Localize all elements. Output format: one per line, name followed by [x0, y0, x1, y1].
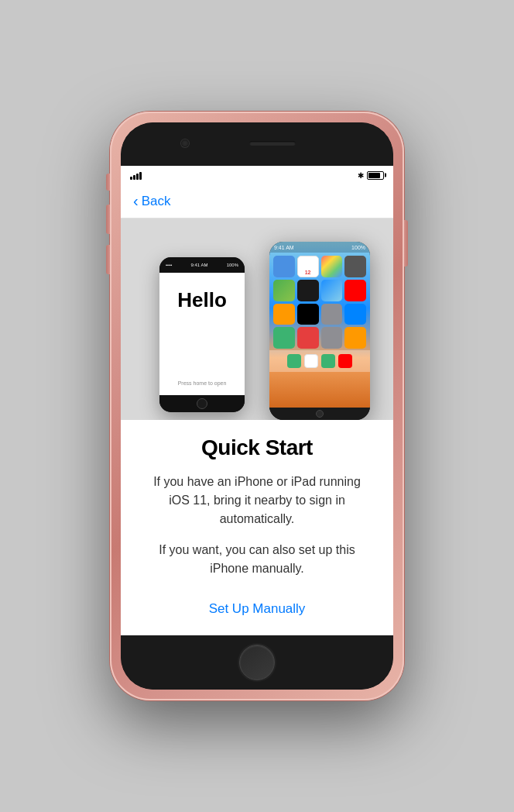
old-phone-mockup: •••• 9:41 AM 100% Hello Press home to op… [159, 257, 245, 412]
dock-music-icon [338, 354, 352, 368]
status-bar: ✱ [121, 166, 393, 184]
earpiece-speaker [249, 141, 296, 146]
signal-bar-4 [139, 172, 142, 180]
front-camera [181, 139, 189, 147]
set-up-manually-button[interactable]: Set Up Manually [197, 595, 318, 623]
screen: ✱ ‹ Back •••• 9:41 AM [121, 166, 393, 635]
hello-text: Hello [177, 288, 227, 312]
status-right: ✱ [358, 171, 384, 180]
new-phone-status-bar: 9:41 AM 100% [269, 242, 370, 253]
app-news-icon [344, 280, 366, 301]
iphone-bezel: ✱ ‹ Back •••• 9:41 AM [121, 122, 393, 690]
content-area: Quick Start If you have an iPhone or iPa… [121, 420, 393, 635]
bottom-bar [121, 635, 393, 690]
app-weather-icon [321, 280, 343, 301]
signal-bar-1 [130, 177, 132, 180]
new-phone-battery-status: 100% [351, 245, 365, 250]
app-calendar-icon: 12 [297, 256, 319, 277]
signal-bar-2 [133, 175, 135, 180]
app-gear-icon [321, 327, 343, 349]
app-facetime-icon [273, 327, 295, 349]
description-2: If you want, you can also set up this iP… [149, 541, 365, 578]
app-mail-icon [273, 256, 295, 277]
page-title: Quick Start [201, 435, 313, 460]
mute-switch[interactable] [106, 174, 110, 191]
app-books-icon [344, 327, 366, 349]
signal-bars [130, 170, 142, 180]
battery-icon [367, 171, 384, 180]
dock-safari-icon [304, 354, 318, 368]
top-bar [121, 122, 393, 166]
new-phone-time: 9:41 AM [274, 245, 294, 250]
volume-up-button[interactable] [106, 205, 110, 234]
app-photos-icon [321, 256, 343, 277]
old-phone-signal: •••• [166, 263, 172, 267]
power-button[interactable] [404, 220, 408, 267]
dock-phone-icon [287, 354, 301, 368]
dock-messages-icon [321, 354, 335, 368]
app-home-icon [273, 304, 295, 325]
app-appstore-icon [344, 304, 366, 325]
back-button[interactable]: ‹ Back [133, 194, 170, 209]
new-phone-dock [269, 350, 370, 372]
old-phone-time: 9:41 AM [191, 263, 208, 267]
status-left [130, 170, 358, 180]
bluetooth-icon: ✱ [358, 171, 364, 180]
new-phone-screen: 9:41 AM 100% 12 [269, 242, 370, 408]
old-phone-screen: Hello Press home to open [159, 273, 245, 395]
app-settings-icon [321, 304, 343, 325]
app-maps-icon [273, 280, 295, 301]
old-phone-bottom [159, 395, 245, 412]
old-phone-battery: 100% [227, 263, 238, 267]
new-phone-bottom [269, 408, 370, 420]
app-clock-icon [297, 280, 319, 301]
back-label: Back [142, 194, 171, 209]
press-home-text: Press home to open [178, 380, 227, 386]
navigation-bar: ‹ Back [121, 184, 393, 218]
old-phone-home-button [197, 398, 207, 409]
description-1: If you have an iPhone or iPad running iO… [149, 473, 365, 528]
iphone-device: ✱ ‹ Back •••• 9:41 AM [110, 112, 404, 700]
new-phone-mockup: 9:41 AM 100% 12 [269, 242, 370, 420]
app-activity-icon [297, 304, 319, 325]
app-heart-icon [297, 327, 319, 349]
app-camera-icon [344, 256, 366, 277]
volume-down-button[interactable] [106, 245, 110, 274]
old-phone-status-bar: •••• 9:41 AM 100% [159, 257, 245, 273]
back-chevron-icon: ‹ [133, 193, 139, 208]
illustration-area: •••• 9:41 AM 100% Hello Press home to op… [121, 218, 393, 420]
new-phone-home-button [316, 410, 324, 418]
signal-bar-3 [136, 174, 139, 180]
home-button[interactable] [239, 645, 275, 680]
battery-fill [368, 173, 380, 178]
